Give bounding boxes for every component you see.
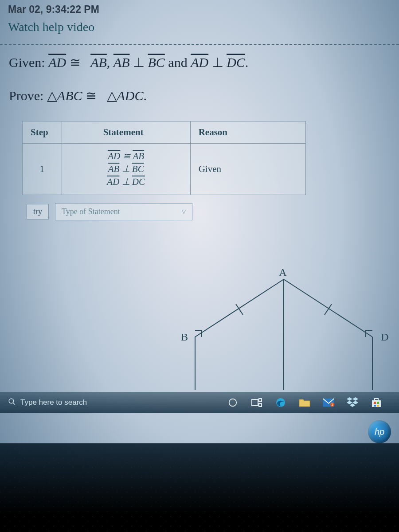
prove-label: Prove: [9,88,43,103]
svg-point-7 [9,399,14,403]
svg-marker-18 [352,397,358,401]
svg-rect-10 [252,399,258,406]
vertex-d-label: D [381,331,388,343]
stmt-bc: BC [132,164,144,174]
statement-cell: AD ≅ AB AB ⊥ BC AD ⊥ DC [62,144,190,195]
segment-ab-2: AB [113,55,130,70]
svg-line-8 [13,403,15,405]
table-row: 1 AD ≅ AB AB ⊥ BC AD ⊥ DC Given [23,144,306,195]
svg-text:1: 1 [331,403,333,407]
triangle-symbol: △ [47,88,57,103]
svg-rect-12 [259,403,262,407]
vertex-a-label: A [279,266,287,278]
svg-marker-19 [347,401,352,404]
segment-ab: AB [90,55,107,70]
stmt-ab: AB [133,151,144,161]
vertex-b-label: B [181,331,188,343]
timestamp: Mar 02, 9:34:22 PM [8,4,391,16]
stmt-ab2: AB [108,164,120,174]
step-header: Step [23,121,62,144]
congruent-symbol-2: ≅ [86,88,97,103]
hp-logo-icon: hp [368,420,391,443]
svg-point-9 [229,399,237,407]
comma: , [107,55,110,70]
svg-rect-11 [259,399,262,402]
search-placeholder: Type here to search [20,398,87,407]
taskbar-search[interactable]: Type here to search [8,398,150,408]
reason-header: Reason [190,121,305,144]
stmt-ad2: AD [107,176,119,187]
given-label: Given: [9,55,45,70]
svg-marker-21 [350,403,355,407]
svg-line-1 [284,279,372,337]
statement-header: Statement [62,121,190,144]
dropbox-icon[interactable] [347,397,358,408]
svg-rect-25 [377,402,379,404]
stmt-cong: ≅ [123,151,131,161]
given-statement: Given: AD ≅ AB, AB ⊥ BC and AD ⊥ DC. [9,55,390,70]
windows-taskbar[interactable]: Type here to search 1 [0,392,399,413]
chevron-down-icon: ▽ [182,208,186,215]
triangle-symbol-2: △ [107,88,117,103]
taskview-icon[interactable] [251,397,262,408]
perp-symbol: ⊥ [133,55,145,70]
screen-bezel [0,443,399,532]
msstore-icon[interactable] [371,397,382,408]
proof-table: Step Statement Reason 1 AD ≅ AB AB ⊥ BC … [22,121,306,195]
svg-marker-17 [347,397,352,401]
svg-rect-26 [374,405,376,407]
triangle-adc: ADC [117,88,144,103]
table-header-row: Step Statement Reason [23,121,306,144]
watch-help-video-link[interactable]: Watch help video [8,20,94,34]
reason-cell: Given [190,144,305,195]
search-icon [8,398,16,408]
svg-marker-20 [352,401,358,404]
dot-pattern [0,443,399,532]
statement-type-select[interactable]: Type of Statement ▽ [55,203,192,220]
stmt-dc: DC [132,176,145,187]
step-number: 1 [23,144,62,195]
prove-statement: Prove: △ABC ≅ △ADC. [9,88,390,103]
mail-icon[interactable]: 1 [323,397,334,408]
congruent-symbol: ≅ [70,55,81,70]
svg-rect-22 [372,400,381,407]
select-placeholder: Type of Statement [62,207,120,216]
segment-ad: AD [48,55,66,70]
triangle-abc: ABC [57,88,82,103]
segment-dc: DC [227,55,245,70]
svg-rect-27 [377,405,379,407]
stmt-ad: AD [108,151,120,161]
cortana-icon[interactable] [227,397,239,408]
stmt-perp: ⊥ [122,164,130,174]
perp-symbol-2: ⊥ [212,55,223,70]
segment-bc: BC [148,55,164,70]
and-word: and [168,55,187,70]
edge-icon[interactable] [275,397,286,408]
fileexplorer-icon[interactable] [299,397,310,408]
svg-rect-23 [375,399,378,400]
segment-ad-2: AD [191,55,208,70]
section-divider [0,44,399,45]
stmt-perp2: ⊥ [122,176,130,187]
try-button[interactable]: try [27,204,49,219]
geometry-diagram: A B D [168,266,399,390]
svg-rect-24 [374,402,376,404]
svg-line-0 [195,279,284,337]
